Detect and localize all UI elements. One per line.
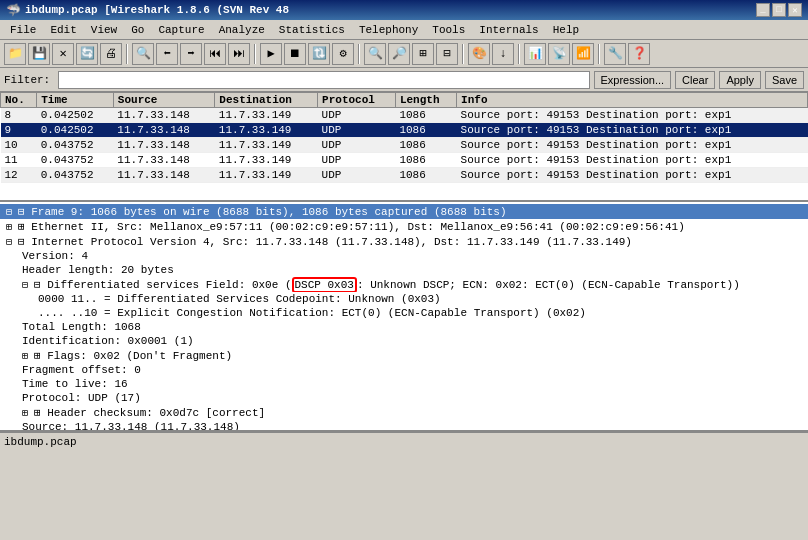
detail-ip-flags[interactable]: ⊞ Flags: 0x02 (Don't Fragment) xyxy=(0,348,808,363)
packet-cell-4: UDP xyxy=(318,153,396,168)
packet-cell-3: 11.7.33.149 xyxy=(215,153,318,168)
packet-cell-3: 11.7.33.149 xyxy=(215,138,318,153)
open-button[interactable]: 📁 xyxy=(4,43,26,65)
go-forward-button[interactable]: ➡ xyxy=(180,43,202,65)
detail-ip-hlen[interactable]: Header length: 20 bytes xyxy=(0,263,808,277)
packet-cell-3: 11.7.33.149 xyxy=(215,108,318,123)
filter-input[interactable] xyxy=(58,71,589,89)
close-button[interactable]: ✕ xyxy=(788,3,802,17)
normal-size-button[interactable]: ⊞ xyxy=(412,43,434,65)
menu-item-help[interactable]: Help xyxy=(547,23,585,37)
resize-columns-button[interactable]: ⊟ xyxy=(436,43,458,65)
auto-scroll-button[interactable]: ↓ xyxy=(492,43,514,65)
menu-item-go[interactable]: Go xyxy=(125,23,150,37)
packet-cell-4: UDP xyxy=(318,123,396,138)
table-row[interactable]: 100.04375211.7.33.14811.7.33.149UDP1086S… xyxy=(1,138,808,153)
table-row[interactable]: 110.04375211.7.33.14811.7.33.149UDP1086S… xyxy=(1,153,808,168)
packet-cell-0: 10 xyxy=(1,138,37,153)
zoom-in-button[interactable]: 🔍 xyxy=(364,43,386,65)
menu-item-internals[interactable]: Internals xyxy=(473,23,544,37)
menu-item-telephony[interactable]: Telephony xyxy=(353,23,424,37)
detail-ip-frag[interactable]: Fragment offset: 0 xyxy=(0,363,808,377)
packet-cell-2: 11.7.33.148 xyxy=(113,153,215,168)
statistics-button[interactable]: 📊 xyxy=(524,43,546,65)
detail-ip-id[interactable]: Identification: 0x0001 (1) xyxy=(0,334,808,348)
packet-cell-6: Source port: 49153 Destination port: exp… xyxy=(457,123,808,138)
menu-item-file[interactable]: File xyxy=(4,23,42,37)
packet-cell-4: UDP xyxy=(318,138,396,153)
col-info[interactable]: Info xyxy=(457,93,808,108)
toolbar-sep-1 xyxy=(126,44,128,64)
reload-button[interactable]: 🔄 xyxy=(76,43,98,65)
toolbar-sep-2 xyxy=(254,44,256,64)
menu-bar: FileEditViewGoCaptureAnalyzeStatisticsTe… xyxy=(0,20,808,40)
menu-item-edit[interactable]: Edit xyxy=(44,23,82,37)
packet-cell-0: 8 xyxy=(1,108,37,123)
packet-cell-6: Source port: 49153 Destination port: exp… xyxy=(457,138,808,153)
capture-options-button[interactable]: ⚙ xyxy=(332,43,354,65)
clear-button[interactable]: Clear xyxy=(675,71,715,89)
col-source[interactable]: Source xyxy=(113,93,215,108)
packet-cell-0: 11 xyxy=(1,153,37,168)
capture-start-button[interactable]: ▶ xyxy=(260,43,282,65)
detail-ip-totlen[interactable]: Total Length: 1068 xyxy=(0,320,808,334)
packet-cell-5: 1086 xyxy=(395,108,456,123)
packet-cell-4: UDP xyxy=(318,108,396,123)
detail-ip[interactable]: ⊟ Internet Protocol Version 4, Src: 11.7… xyxy=(0,234,808,249)
packet-cell-4: UDP xyxy=(318,168,396,183)
detail-ip-proto[interactable]: Protocol: UDP (17) xyxy=(0,391,808,405)
packet-cell-1: 0.042502 xyxy=(37,123,114,138)
packet-cell-6: Source port: 49153 Destination port: exp… xyxy=(457,108,808,123)
menu-item-statistics[interactable]: Statistics xyxy=(273,23,351,37)
detail-frame[interactable]: ⊟ Frame 9: 1066 bytes on wire (8688 bits… xyxy=(0,204,808,219)
detail-ip-cksum[interactable]: ⊞ Header checksum: 0x0d7c [correct] xyxy=(0,405,808,420)
menu-item-capture[interactable]: Capture xyxy=(152,23,210,37)
go-last-button[interactable]: ⏭ xyxy=(228,43,250,65)
toolbar: 📁 💾 ✕ 🔄 🖨 🔍 ⬅ ➡ ⏮ ⏭ ▶ ⏹ 🔃 ⚙ 🔍 🔎 ⊞ ⊟ 🎨 ↓ … xyxy=(0,40,808,68)
capture-restart-button[interactable]: 🔃 xyxy=(308,43,330,65)
tools-button[interactable]: 🔧 xyxy=(604,43,626,65)
detail-ip-version[interactable]: Version: 4 xyxy=(0,249,808,263)
save-button[interactable]: 💾 xyxy=(28,43,50,65)
detail-ip-src[interactable]: Source: 11.7.33.148 (11.7.33.148) xyxy=(0,420,808,432)
expression-button[interactable]: Expression... xyxy=(594,71,672,89)
detail-ip-dscp[interactable]: ⊟ Differentiated services Field: 0x0e (D… xyxy=(0,277,808,292)
packet-cell-6: Source port: 49153 Destination port: exp… xyxy=(457,153,808,168)
detail-ethernet[interactable]: ⊞ Ethernet II, Src: Mellanox_e9:57:11 (0… xyxy=(0,219,808,234)
minimize-button[interactable]: _ xyxy=(756,3,770,17)
detail-ip-dscp-2[interactable]: .... ..10 = Explicit Congestion Notifica… xyxy=(0,306,808,320)
maximize-button[interactable]: □ xyxy=(772,3,786,17)
zoom-out-button[interactable]: 🔎 xyxy=(388,43,410,65)
go-first-button[interactable]: ⏮ xyxy=(204,43,226,65)
table-row[interactable]: 120.04375211.7.33.14811.7.33.149UDP1086S… xyxy=(1,168,808,183)
find-button[interactable]: 🔍 xyxy=(132,43,154,65)
col-time[interactable]: Time xyxy=(37,93,114,108)
menu-item-view[interactable]: View xyxy=(85,23,123,37)
save-filter-button[interactable]: Save xyxy=(765,71,804,89)
window-controls: _ □ ✕ xyxy=(756,3,802,17)
print-button[interactable]: 🖨 xyxy=(100,43,122,65)
packet-cell-0: 12 xyxy=(1,168,37,183)
close-capture-button[interactable]: ✕ xyxy=(52,43,74,65)
title-text: ibdump.pcap [Wireshark 1.8.6 (SVN Rev 48 xyxy=(25,4,289,16)
col-destination[interactable]: Destination xyxy=(215,93,318,108)
menu-item-tools[interactable]: Tools xyxy=(426,23,471,37)
col-no[interactable]: No. xyxy=(1,93,37,108)
detail-ip-dscp-1[interactable]: 0000 11.. = Differentiated Services Code… xyxy=(0,292,808,306)
packet-detail: ⊟ Frame 9: 1066 bytes on wire (8688 bits… xyxy=(0,202,808,432)
menu-item-analyze[interactable]: Analyze xyxy=(213,23,271,37)
telephony-button[interactable]: 📡 xyxy=(548,43,570,65)
table-row[interactable]: 80.04250211.7.33.14811.7.33.149UDP1086So… xyxy=(1,108,808,123)
col-length[interactable]: Length xyxy=(395,93,456,108)
table-row[interactable]: 90.04250211.7.33.14811.7.33.149UDP1086So… xyxy=(1,123,808,138)
go-back-button[interactable]: ⬅ xyxy=(156,43,178,65)
help-button[interactable]: ❓ xyxy=(628,43,650,65)
col-protocol[interactable]: Protocol xyxy=(318,93,396,108)
detail-ip-ttl[interactable]: Time to live: 16 xyxy=(0,377,808,391)
title-bar: 🦈 ibdump.pcap [Wireshark 1.8.6 (SVN Rev … xyxy=(0,0,808,20)
packet-table-header: No. Time Source Destination Protocol Len… xyxy=(1,93,808,108)
colorize-button[interactable]: 🎨 xyxy=(468,43,490,65)
apply-button[interactable]: Apply xyxy=(719,71,761,89)
wireless-button[interactable]: 📶 xyxy=(572,43,594,65)
capture-stop-button[interactable]: ⏹ xyxy=(284,43,306,65)
